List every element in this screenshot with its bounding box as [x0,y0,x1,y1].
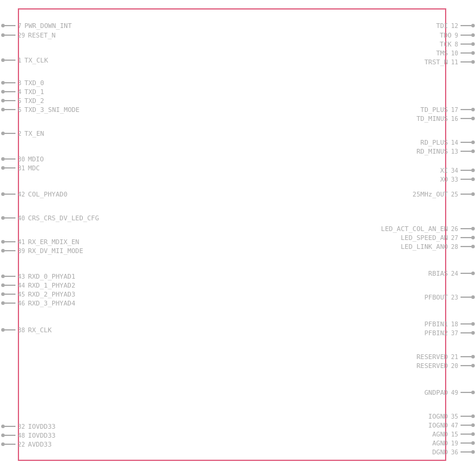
chip-body [18,8,446,461]
pin-right-11: 11TRST_N [422,58,476,66]
pin-left-38: 38RX_CLK [0,326,54,334]
pin-right-21: 21RESERVED [415,353,476,361]
pin-right-10: 10TMS [434,49,476,57]
pin-right-24: 24RBIAS [427,269,476,277]
pin-left-22: 22AVDD33 [0,440,54,448]
pin-left-40: 40CRS_CRS_DV_LED_CFG [0,214,101,222]
pin-right-18: 18PFBIN1 [422,320,476,328]
pin-right-17: 17TD_PLUS [419,105,476,114]
pin-left-5: 5TXD_2 [0,96,46,105]
pin-right-8: 8TCK [438,40,476,48]
pin-right-37: 37PFBIN2 [422,329,476,337]
pin-right-34: 34XI [439,166,476,174]
pin-right-28: 28LED_LINK_AN0 [399,242,476,251]
pin-left-31: 31MDC [0,164,42,172]
pin-left-43: 43RXD_0_PHYAD1 [0,272,77,280]
pin-right-36: 36DGND [430,448,476,456]
pin-right-33: 33XO [439,175,476,183]
pin-left-42: 42COL_PHYAD0 [0,190,69,198]
pin-left-30: 30MDIO [0,155,46,163]
pin-right-16: 16TD_MINUS [415,114,476,123]
pin-left-44: 44RXD_1_PHYAD2 [0,281,77,289]
pin-right-9: 9TDO [438,31,476,39]
pin-right-19: 19AGND [430,439,476,447]
pin-left-1: 1TX_CLK [0,56,50,64]
pin-right-25: 2525MHz_OUT [411,190,476,198]
pin-right-23: 23PFBOUT [422,293,476,301]
pin-left-46: 46RXD_3_PHYAD4 [0,299,77,307]
pin-left-29: 29RESET_N [0,31,57,39]
pin-left-2: 2TX_EN [0,129,46,138]
pin-right-20: 20RESERVED [415,361,476,370]
pin-right-15: 15AGND [430,430,476,438]
pin-left-4: 4TXD_1 [0,88,46,96]
pin-right-26: 26LED_ACT_COL_AN_EN [379,224,476,233]
pin-right-14: 14RD_PLUS [419,138,476,146]
pin-right-35: 35IOGND [427,412,476,420]
pin-left-3: 3TXD_0 [0,79,46,87]
pin-left-45: 45RXD_2_PHYAD3 [0,290,77,298]
pin-left-7: 7PWR_DOWN_INT [0,21,74,30]
pin-right-27: 27LED_SPEED_AN [399,233,476,242]
pin-right-47: 47IOGND [427,421,476,429]
pin-right-49: 49GNDPAD [422,388,476,397]
pin-left-41: 41RX_ER_MDIX_EN [0,238,81,246]
pin-right-12: 12TDI [434,21,476,30]
pin-left-48: 48IOVDD33 [0,431,57,439]
pin-left-39: 39RX_DV_MII_MODE [0,247,85,255]
pin-left-32: 32IOVDD33 [0,422,57,431]
pin-left-6: 6TXD_3_SNI_MODE [0,105,82,114]
pin-right-13: 13RD_MINUS [415,147,476,155]
